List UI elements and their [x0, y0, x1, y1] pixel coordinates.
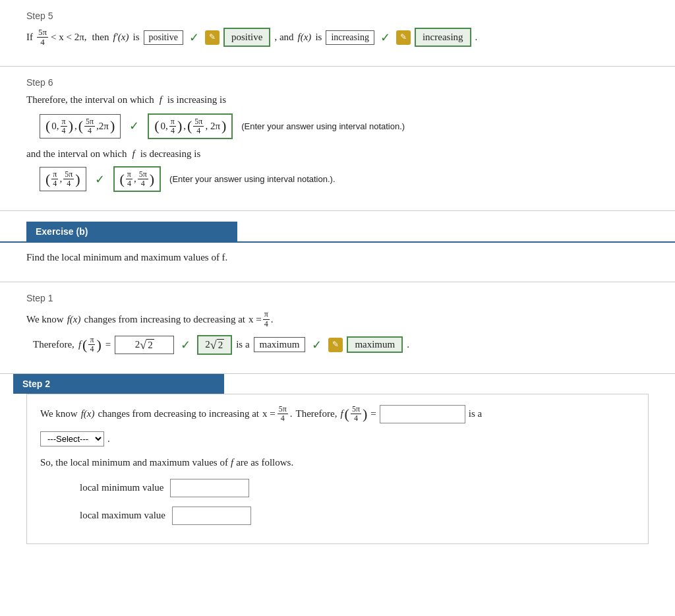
step6-line1: Therefore, the interval on which f is in…	[26, 94, 649, 106]
step2b-f: f	[231, 457, 233, 468]
step6-increasing-input: ( 0, π 4 ) , ( 5π 4 ,2π )	[40, 114, 121, 139]
step6-label: Step 6	[26, 77, 649, 88]
step2b-farg: f ( 5π 4 )	[340, 405, 367, 423]
step1b-hint-max: maximum	[347, 336, 403, 353]
step5-check1: ✓	[189, 30, 199, 45]
exercise-b-header: Exercise (b)	[26, 222, 237, 241]
step2b-min-row: local minimum value	[80, 479, 635, 497]
step1b-hint-val: 2 √ 2	[197, 335, 232, 355]
step1b-label: Step 1	[26, 293, 649, 303]
step2b-changes: changes from decreasing to increasing at	[98, 408, 259, 419]
step2b-min-label: local minimum value	[80, 482, 163, 493]
step1b-xval: x = π 4 .	[249, 310, 274, 328]
step2b-equals: =	[370, 408, 376, 419]
step6-decreasing-answer: ( π 4 , 5π 4 )	[113, 166, 161, 192]
step6-text4: is decreasing is	[140, 148, 201, 160]
step1b-period: .	[407, 339, 409, 350]
step5-hint-icon1: ✎	[205, 30, 220, 45]
step2b-dot: .	[107, 433, 110, 445]
step2b-box: We know f(x) changes from decreasing to …	[26, 394, 649, 544]
step6-line2: and the interval on which f is decreasin…	[26, 148, 649, 160]
step5-period: .	[475, 32, 478, 43]
step2b-min-input[interactable]	[170, 479, 249, 497]
step5-section: Step 5 If 5π 4 < x < 2π, then f′(x) is p…	[0, 0, 675, 67]
step5-hint-answer1: positive	[223, 28, 271, 47]
step2b-line1: We know f(x) changes from decreasing to …	[40, 405, 635, 423]
step2b-max-label: local maximum value	[80, 510, 165, 521]
step1b-section: Step 1 We know f(x) changes from increas…	[0, 282, 675, 373]
exercise-b-section: Exercise (b) Find the local minimum and …	[0, 211, 675, 282]
step5-hint-icon2: ✎	[396, 30, 411, 45]
step1b-line2: Therefore, f ( π 4 ) = 2 √ 2 ✓ 2 √ 2 is …	[33, 335, 649, 355]
step2b-are: are as follows.	[236, 457, 293, 468]
step5-is2: is	[315, 32, 322, 43]
step5-label: Step 5	[26, 11, 649, 21]
step2b-wrapper: Step 2 We know f(x) changes from decreas…	[0, 374, 675, 557]
step2b-therefore: Therefore,	[296, 408, 338, 419]
step5-inequality: 5π 4 < x < 2π,	[37, 28, 88, 47]
step5-check2: ✓	[380, 30, 390, 45]
step5-positive-badge: positive	[144, 30, 183, 45]
step5-content: If 5π 4 < x < 2π, then f′(x) is positive…	[26, 28, 649, 47]
step5-fx: f(x)	[298, 32, 312, 43]
step1b-answer-input: 2 √ 2	[115, 336, 174, 354]
step1b-weknow: We know	[26, 314, 64, 325]
step1b-max-badge: maximum	[254, 337, 306, 352]
step5-is1: is	[133, 32, 140, 43]
step2b-fx: f(x)	[81, 408, 95, 419]
step6-text3: and the interval on which	[26, 148, 127, 160]
step1b-is-a: is a	[236, 339, 249, 350]
step6-check1: ✓	[129, 119, 139, 133]
step6-f2: f	[132, 148, 134, 160]
step6-text1: Therefore, the interval on which	[26, 94, 154, 106]
step6-decreasing-input: ( π 4 , 5π 4 )	[40, 167, 86, 191]
step6-decreasing-row: ( π 4 , 5π 4 ) ✓ ( π 4 , 5π 4 )	[40, 166, 649, 192]
step6-f1: f	[160, 94, 162, 106]
step6-hint-text1: (Enter your answer using interval notati…	[241, 121, 405, 131]
step5-if: If	[26, 32, 33, 43]
step6-check2: ✓	[95, 172, 105, 187]
step1b-fx: f(x)	[67, 314, 81, 325]
step1b-changes: changes from increasing to decreasing at	[84, 314, 245, 325]
step1b-check: ✓	[181, 338, 191, 352]
step1b-therefore: Therefore,	[33, 339, 74, 350]
step2b-max-input[interactable]	[172, 507, 251, 525]
step5-hint-answer2: increasing	[415, 28, 471, 47]
step1b-equals: =	[105, 339, 111, 350]
step5-increasing-badge: increasing	[326, 30, 374, 45]
step6-increasing-answer: ( 0, π 4 ) , ( 5π 4 , 2π )	[148, 113, 233, 139]
exercise-b-description: Find the local minimum and maximum value…	[26, 252, 649, 263]
step6-section: Step 6 Therefore, the interval on which …	[0, 67, 675, 212]
step5-then: then	[92, 32, 109, 43]
step2b-header-row: Step 2	[13, 374, 662, 394]
step6-increasing-row: ( 0, π 4 ) , ( 5π 4 ,2π ) ✓ ( 0, π 4	[40, 113, 649, 139]
step6-text2: is increasing is	[167, 94, 226, 106]
step1b-line1: We know f(x) changes from increasing to …	[26, 310, 649, 328]
step2b-is-a: is a	[469, 408, 482, 419]
step2b-so-line: So, the local minimum and maximum values…	[40, 457, 635, 468]
step2b-select-row: ---Select--- minimum maximum .	[40, 431, 635, 447]
step2b-answer-input[interactable]	[380, 405, 465, 423]
step2b-max-row: local maximum value	[80, 507, 635, 525]
step5-and: , and	[274, 32, 293, 43]
step5-fprime: f′(x)	[113, 32, 129, 43]
step2b-xval: x = 5π 4 .	[262, 405, 293, 423]
step2b-header: Step 2	[13, 374, 224, 394]
step1b-farg: f ( π 4 )	[78, 336, 102, 354]
step2b-weknow: We know	[40, 408, 78, 419]
step2b-select[interactable]: ---Select--- minimum maximum	[40, 431, 104, 447]
step2b-so: So, the local minimum and maximum values…	[40, 457, 228, 468]
step1b-check2: ✓	[312, 338, 322, 352]
step6-hint-text2: (Enter your answer using interval notati…	[169, 174, 335, 184]
step1b-hint-icon: ✎	[328, 338, 343, 352]
